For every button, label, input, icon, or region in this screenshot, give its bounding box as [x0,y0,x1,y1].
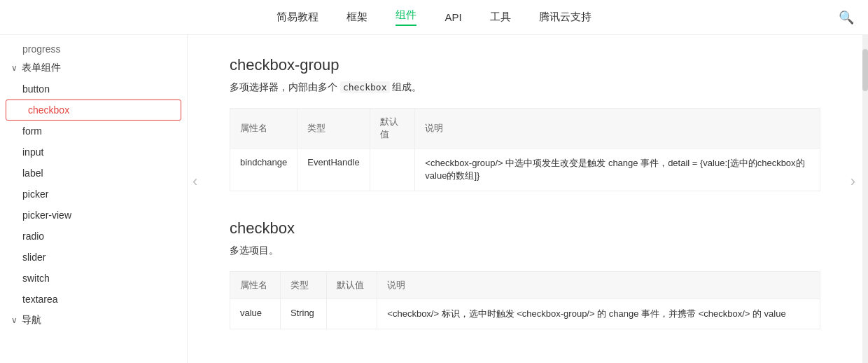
table-header-row: 属性名 类型 默认值 说明 [230,109,820,149]
col-default: 默认值 [370,109,415,149]
cell-type: EventHandle [298,149,370,191]
sidebar-item-slider[interactable]: slider [0,247,187,268]
section1-desc-suffix: 组成。 [392,81,421,93]
cell2-attr-name: value [230,299,281,329]
sidebar-item-textarea[interactable]: textarea [0,289,187,310]
col2-default: 默认值 [327,272,377,299]
table-header-row-2: 属性名 类型 默认值 说明 [230,272,820,299]
section-checkbox-group: checkbox-group 多项选择器，内部由多个 checkbox 组成。 … [230,56,820,191]
section1-table: 属性名 类型 默认值 说明 bindchange EventHandle <ch… [230,108,820,191]
nav-arrow-right[interactable]: › [850,172,855,191]
sidebar-item-label[interactable]: label [0,163,187,184]
sidebar-item-button[interactable]: button [0,78,187,100]
section1-desc-prefix: 多项选择器，内部由多个 [230,81,337,93]
form-section-label: 表单组件 [22,62,61,74]
cell2-type: String [280,299,327,329]
nav-item-api[interactable]: API [444,11,461,23]
chevron-down-icon: ∨ [11,63,18,73]
nav-item-zujian[interactable]: 组件 [396,8,416,26]
section1-desc-code: checkbox [340,81,390,93]
nav-arrow-left[interactable]: ‹ [192,172,197,191]
section-checkbox: checkbox 多选项目。 属性名 类型 默认值 说明 value Strin… [230,219,820,329]
nav-section-label: 导航 [22,314,41,327]
content-area: checkbox-group 多项选择器，内部由多个 checkbox 组成。 … [188,35,862,363]
cell-attr-name: bindchange [230,149,298,191]
col-type: 类型 [298,109,370,149]
top-nav: 简易教程 框架 组件 API 工具 腾讯云支持 🔍 [0,0,868,35]
cell-desc: <checkbox-group/> 中选中项发生改变是触发 change 事件，… [415,149,820,191]
nav-item-kuangjia[interactable]: 框架 [346,11,368,24]
nav-item-tengxunyunzhichi[interactable]: 腾讯云支持 [539,11,592,24]
col-desc: 说明 [415,109,820,149]
cell2-desc: <checkbox/> 标识，选中时触发 <checkbox-group/> 的… [377,299,820,329]
main-layout: progress ∨ 表单组件 button checkbox form inp… [0,35,868,363]
sidebar-item-switch[interactable]: switch [0,268,187,289]
sidebar-section-form[interactable]: ∨ 表单组件 [0,57,187,78]
right-scrollbar [862,35,868,363]
col2-attr-name: 属性名 [230,272,281,299]
table-row: bindchange EventHandle <checkbox-group/>… [230,149,820,191]
section2-desc: 多选项目。 [230,245,820,257]
table-row-2: value String <checkbox/> 标识，选中时触发 <check… [230,299,820,329]
sidebar-item-radio[interactable]: radio [0,226,187,247]
col-attr-name: 属性名 [230,109,298,149]
section1-desc: 多项选择器，内部由多个 checkbox 组成。 [230,81,820,94]
sidebar-item-input[interactable]: input [0,142,187,163]
col2-type: 类型 [280,272,327,299]
col2-desc: 说明 [377,272,820,299]
sidebar-item-progress[interactable]: progress [0,41,187,57]
nav-item-gongju[interactable]: 工具 [490,11,511,24]
sidebar-item-checkbox[interactable]: checkbox [6,100,181,121]
sidebar-item-picker[interactable]: picker [0,184,187,205]
section2-table: 属性名 类型 默认值 说明 value String <checkbox/> 标… [230,271,820,329]
section1-title: checkbox-group [230,56,820,74]
chevron-down-icon-nav: ∨ [11,315,18,325]
sidebar: progress ∨ 表单组件 button checkbox form inp… [0,35,188,363]
cell2-default [327,299,377,329]
scrollbar-thumb [862,49,868,91]
sidebar-item-form[interactable]: form [0,121,187,142]
nav-item-jianyijiaocheng[interactable]: 简易教程 [276,11,318,24]
sidebar-section-nav[interactable]: ∨ 导航 [0,310,187,331]
sidebar-item-picker-view[interactable]: picker-view [0,205,187,226]
section2-title: checkbox [230,219,820,238]
cell-default [370,149,415,191]
search-icon[interactable]: 🔍 [839,10,854,25]
